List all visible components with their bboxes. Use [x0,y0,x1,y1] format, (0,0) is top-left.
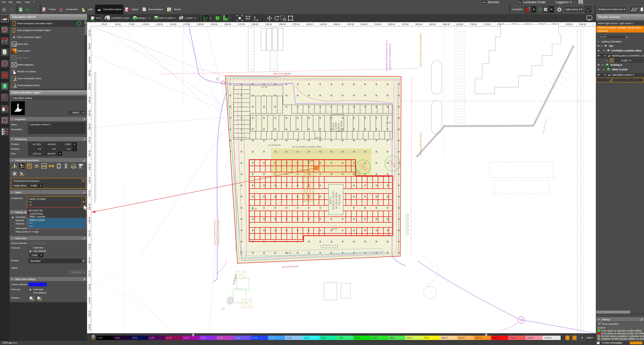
svg-text:350.00: 350.00 [280,23,286,26]
svg-text:75.00: 75.00 [130,23,134,26]
svg-text:150.00: 150.00 [170,23,176,26]
svg-text:900.00: 900.00 [580,23,586,26]
svg-text:100.00: 100.00 [143,23,149,26]
svg-text:BLDG B: BLDG B [332,123,334,130]
svg-text:400.00: 400.00 [307,23,313,26]
svg-text:600.00: 600.00 [88,70,91,76]
svg-text:625.00: 625.00 [88,56,91,63]
svg-text:450.00: 450.00 [88,150,91,156]
svg-text:650.00: 650.00 [88,43,91,49]
svg-text:KEMP ENTERPRISES PROP. TRAIL S: KEMP ENTERPRISES PROP. TRAIL ST RD [312,169,314,202]
svg-text:28,508 SF: 28,508 SF [338,123,340,132]
svg-text:400.00: 400.00 [88,177,91,183]
svg-text:165.00': 165.00' [331,228,338,230]
svg-text:475.00: 475.00 [348,23,354,26]
svg-text:175.00: 175.00 [88,297,91,304]
svg-text:SAWCUT & REMOVE EXIST PAVEMENT: SAWCUT & REMOVE EXIST PAVEMENT [420,33,422,67]
svg-text:875.00: 875.00 [566,23,572,26]
svg-text:550.00: 550.00 [88,96,91,103]
svg-text:350.00: 350.00 [88,204,91,210]
svg-text:550.00: 550.00 [389,23,395,26]
svg-text:375.00: 375.00 [293,23,299,26]
svg-text:25.00: 25.00 [102,23,107,26]
svg-text:525.00: 525.00 [375,23,381,26]
svg-text:150.00: 150.00 [88,310,91,317]
svg-text:30.00': 30.00' [252,208,257,210]
svg-text:300.00: 300.00 [88,230,91,236]
svg-text:FFE: 248.90: FFE: 248.90 [340,121,343,132]
svg-text:KEMP ENTERPRISES PROP. TRAIL S: KEMP ENTERPRISES PROP. TRAIL ST RD [306,169,308,202]
svg-text:125.00: 125.00 [157,23,163,26]
svg-text:325.00: 325.00 [266,23,272,26]
svg-text:300.00: 300.00 [252,23,258,26]
svg-text:15' SETBACK: 15' SETBACK [268,144,280,146]
svg-text:107.60': 107.60' [261,86,268,88]
svg-text:250.00: 250.00 [225,23,231,26]
svg-text:33,708 SF 1-STORY: 33,708 SF 1-STORY [332,191,334,210]
svg-text:675.00: 675.00 [88,30,91,36]
svg-text:425.00: 425.00 [88,164,91,170]
svg-text:275.00: 275.00 [239,23,245,26]
svg-text:150' COVERED LOADING AREA: 150' COVERED LOADING AREA [292,146,322,148]
svg-text:475.00: 475.00 [88,137,91,143]
svg-text:725.00: 725.00 [484,23,490,26]
svg-text:EXISTING ASPHALT DRIVE: EXISTING ASPHALT DRIVE [420,132,422,156]
svg-text:225.00: 225.00 [88,270,91,277]
svg-text:50.00: 50.00 [116,23,121,26]
svg-text:FFE: 218.90: FFE: 218.90 [338,194,340,206]
svg-text:225.00: 225.00 [211,23,218,26]
svg-text:1-STORY: 1-STORY [335,122,337,131]
svg-text:325.00: 325.00 [88,217,91,223]
svg-text:175.00: 175.00 [184,23,190,26]
svg-text:375.00: 375.00 [88,190,91,196]
svg-text:A: A [222,308,224,310]
svg-text:500.00: 500.00 [88,123,91,130]
svg-text:EXIST M TWINSHIP IN REST: EXIST M TWINSHIP IN REST [214,220,216,245]
svg-text:625.00: 625.00 [430,23,436,26]
svg-text:182.50': 182.50' [307,160,314,162]
svg-text:70.00': 70.00' [366,175,371,178]
svg-text:525.00: 525.00 [88,110,91,116]
svg-text:575.00: 575.00 [402,23,409,26]
svg-text:575.00: 575.00 [88,83,91,90]
svg-text:700.00: 700.00 [470,23,477,26]
svg-text:PAVEMENT RESTORATION PER Y-1: PAVEMENT RESTORATION PER Y-1 [386,40,388,70]
svg-text:101,118 SF TOTAL: 101,118 SF TOTAL [335,192,338,209]
svg-text:125.00: 125.00 [88,324,91,330]
svg-text:425.00: 425.00 [320,23,327,26]
svg-text:200.00: 200.00 [88,284,91,290]
svg-text:600.00: 600.00 [416,23,422,26]
svg-text:PROPOSED 8 TORY ZONING: PROPOSED 8 TORY ZONING [218,220,220,245]
svg-text:45.00': 45.00' [386,122,391,124]
svg-text:TRANSPORT TO BE REMOVED: TRANSPORT TO BE REMOVED [389,43,391,70]
svg-text:200.00: 200.00 [198,23,204,26]
svg-text:KEMP ENTERPRISES PROP. TRAIL S: KEMP ENTERPRISES PROP. TRAIL ST RD [304,169,305,202]
svg-text:500.00: 500.00 [362,23,368,26]
svg-text:KEMP ENTERPRISES PROP. TRAIL S: KEMP ENTERPRISES PROP. TRAIL ST RD [310,169,311,202]
svg-text:BLDG A: BLDG A [329,197,332,204]
svg-text:102.50': 102.50' [285,252,292,254]
svg-text:202.60': 202.60' [315,137,322,139]
svg-text:275.00: 275.00 [88,244,91,250]
svg-text:450.00: 450.00 [334,23,340,26]
svg-text:T: T [2,94,4,98]
svg-text:250.00: 250.00 [88,257,91,263]
svg-text:650.00: 650.00 [444,23,450,26]
